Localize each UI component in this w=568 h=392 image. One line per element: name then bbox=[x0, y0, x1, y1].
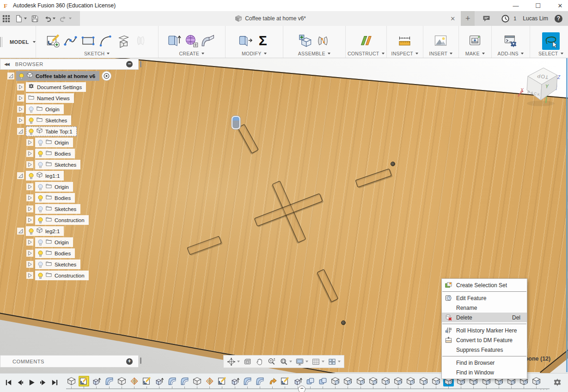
tree-expander-icon[interactable] bbox=[26, 150, 33, 157]
tree-item-construction[interactable]: Construction bbox=[35, 271, 89, 280]
activate-component-radio[interactable] bbox=[102, 72, 111, 80]
visibility-bulb-icon[interactable] bbox=[28, 106, 34, 113]
timeline-feature-component[interactable] bbox=[192, 376, 202, 386]
view-cube[interactable]: TOP BACK X Y Z bbox=[517, 59, 565, 109]
tree-item-leg1-1[interactable]: leg1:1 bbox=[26, 171, 64, 181]
timeline-feature-sketch[interactable] bbox=[217, 376, 227, 386]
timeline-feature-sketch[interactable] bbox=[280, 376, 290, 386]
menu-item-edit-feature[interactable]: Edit Feature bbox=[442, 293, 527, 303]
tree-expander-icon[interactable] bbox=[17, 228, 24, 235]
tree-expander-icon[interactable] bbox=[17, 95, 24, 102]
tree-item-sketches[interactable]: Sketches bbox=[35, 160, 80, 169]
dowel-hole[interactable] bbox=[391, 162, 395, 166]
tree-item-origin[interactable]: Origin bbox=[35, 237, 73, 247]
undo-button[interactable] bbox=[43, 13, 55, 24]
visibility-bulb-icon[interactable] bbox=[37, 162, 43, 168]
help-button[interactable]: ? bbox=[555, 15, 562, 23]
timeline-feature-move[interactable] bbox=[267, 376, 278, 386]
tree-expander-icon[interactable] bbox=[26, 261, 33, 268]
timeline-feature-component[interactable] bbox=[66, 376, 77, 386]
tree-expander-icon[interactable] bbox=[26, 194, 33, 201]
zoom-button[interactable] bbox=[267, 357, 276, 366]
tree-item-bodies[interactable]: Bodies bbox=[35, 149, 75, 158]
layout-grid-button[interactable] bbox=[311, 357, 324, 366]
menu-item-rename[interactable]: Rename bbox=[442, 303, 527, 313]
tree-item-document-settings[interactable]: Document Settings bbox=[26, 82, 86, 92]
timeline-feature-feature[interactable] bbox=[405, 376, 416, 386]
orbit-button[interactable] bbox=[227, 357, 240, 366]
tree-expander-icon[interactable] bbox=[26, 161, 33, 168]
ribbon-group-label[interactable]: INSERT bbox=[429, 50, 452, 57]
tree-expander-icon[interactable] bbox=[26, 139, 33, 146]
scripts-addins-button[interactable] bbox=[502, 31, 519, 50]
tree-item-origin[interactable]: Origin bbox=[35, 182, 73, 192]
timeline-track[interactable] bbox=[66, 388, 550, 389]
ribbon-group-label[interactable]: SKETCH bbox=[84, 50, 110, 57]
timeline-feature-feature[interactable] bbox=[355, 376, 366, 386]
timeline-marker-handle[interactable]: − bbox=[298, 386, 305, 392]
timeline-feature-combine[interactable] bbox=[318, 376, 328, 386]
new-tab-button[interactable]: + bbox=[461, 11, 475, 26]
comments-icon[interactable] bbox=[482, 13, 491, 24]
tree-item-sketches[interactable]: Sketches bbox=[35, 204, 80, 214]
user-menu[interactable]: Lucas Lim bbox=[523, 15, 548, 22]
create-sketch-button[interactable] bbox=[45, 31, 61, 50]
timeline-feature-sketch[interactable] bbox=[79, 376, 89, 386]
sweep-button[interactable] bbox=[201, 31, 218, 50]
app-grid-icon[interactable] bbox=[2, 13, 11, 24]
visibility-bulb-icon[interactable] bbox=[37, 239, 43, 246]
visibility-bulb-icon[interactable] bbox=[37, 184, 43, 190]
visibility-bulb-icon[interactable] bbox=[28, 128, 34, 135]
menu-item-convert-to-dm-feature[interactable]: Convert to DM Feature bbox=[442, 335, 527, 345]
look-at-button[interactable] bbox=[243, 357, 252, 366]
tree-expander-icon[interactable] bbox=[26, 272, 33, 279]
timeline-feature-feature[interactable] bbox=[418, 376, 429, 386]
press-pull-button[interactable] bbox=[237, 31, 254, 50]
timeline-feature-component[interactable] bbox=[116, 376, 127, 386]
timeline-feature-feature[interactable] bbox=[342, 376, 353, 386]
comments-add-icon[interactable]: + bbox=[126, 358, 133, 365]
version-clock-icon[interactable] bbox=[501, 13, 510, 24]
browser-minimize-icon[interactable]: − bbox=[126, 61, 133, 67]
timeline-feature-pattern[interactable] bbox=[129, 376, 140, 386]
menu-item-create-selection-set[interactable]: Create Selection Set bbox=[442, 280, 527, 290]
menu-item-suppress-features[interactable]: Suppress Features bbox=[442, 345, 527, 355]
visibility-bulb-icon[interactable] bbox=[37, 195, 43, 201]
file-menu-button[interactable] bbox=[14, 13, 27, 24]
tree-expander-icon[interactable] bbox=[7, 72, 14, 79]
measure-button[interactable] bbox=[397, 31, 413, 50]
ribbon-group-label[interactable]: ASSEMBLE bbox=[298, 50, 330, 57]
tree-item-construction[interactable]: Construction bbox=[35, 215, 89, 225]
timeline-feature-fillet[interactable] bbox=[255, 376, 265, 386]
tree-expander-icon[interactable] bbox=[17, 172, 24, 179]
tree-item-origin[interactable]: Origin bbox=[35, 138, 73, 147]
timeline-feature-extrude[interactable] bbox=[230, 376, 240, 386]
menu-item-find-in-window[interactable]: Find in Window bbox=[442, 368, 527, 377]
timeline-feature-extrude[interactable] bbox=[293, 376, 303, 386]
dowel-hole[interactable] bbox=[341, 320, 346, 325]
ribbon-group-label[interactable]: MAKE bbox=[465, 50, 485, 57]
select-lasso-button[interactable] bbox=[542, 32, 560, 50]
timeline-feature-feature[interactable] bbox=[380, 376, 391, 386]
tree-item-sketches[interactable]: Sketches bbox=[35, 259, 80, 269]
construct-plane-button[interactable] bbox=[358, 31, 374, 50]
timeline-feature-extrude[interactable] bbox=[91, 376, 102, 386]
timeline-feature-sketch[interactable] bbox=[141, 376, 152, 386]
timeline-feature-fillet[interactable] bbox=[179, 376, 190, 386]
menu-item-find-in-browser[interactable]: Find in Browser bbox=[442, 358, 527, 368]
tree-item-named-views[interactable]: Named Views bbox=[26, 93, 74, 103]
ribbon-group-label[interactable]: CONSTRUCT bbox=[348, 50, 385, 57]
menu-item-roll-history-marker-here[interactable]: Roll History Marker Here bbox=[442, 326, 527, 335]
visibility-bulb-icon[interactable] bbox=[37, 151, 43, 157]
viewports-button[interactable] bbox=[328, 357, 341, 366]
timeline-feature-extrude[interactable] bbox=[154, 376, 165, 386]
new-component-button[interactable] bbox=[297, 31, 314, 50]
tree-expander-icon[interactable] bbox=[26, 183, 33, 190]
timeline-feature-pattern[interactable] bbox=[204, 376, 215, 386]
visibility-bulb-icon[interactable] bbox=[28, 228, 34, 235]
menu-item-delete[interactable]: DeleteDel bbox=[442, 313, 527, 322]
timeline-feature-feature[interactable] bbox=[531, 376, 542, 386]
visibility-bulb-icon[interactable] bbox=[37, 261, 43, 268]
tree-expander-icon[interactable] bbox=[17, 128, 24, 135]
timeline-feature-fillet[interactable] bbox=[242, 376, 253, 386]
